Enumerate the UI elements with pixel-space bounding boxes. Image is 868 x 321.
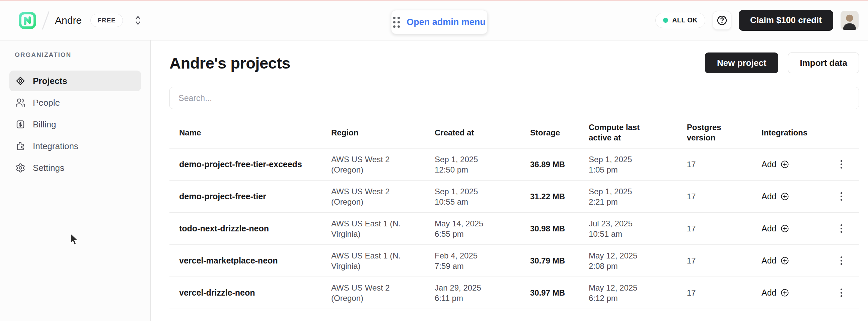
project-name[interactable]: vercel-drizzle-neon bbox=[169, 288, 331, 297]
project-storage: 30.98 MB bbox=[530, 224, 589, 234]
table-header-row: Name Region Created at Storage Compute l… bbox=[169, 117, 859, 148]
table-row[interactable]: vercel-drizzle-neon AWS US West 2 (Orego… bbox=[169, 277, 859, 309]
sidebar-item-label: Billing bbox=[33, 119, 56, 130]
sidebar-item-settings[interactable]: Settings bbox=[9, 157, 141, 178]
project-region: AWS US West 2 (Oregon) bbox=[331, 186, 407, 207]
status-label: ALL OK bbox=[672, 16, 698, 24]
project-postgres-version: 17 bbox=[687, 224, 762, 234]
add-integration-button[interactable]: Add bbox=[762, 256, 789, 265]
sidebar-item-label: People bbox=[33, 98, 60, 108]
add-integration-button[interactable]: Add bbox=[762, 288, 789, 297]
table-row[interactable]: demo-project-free-tier-exceeds AWS US We… bbox=[169, 148, 859, 181]
project-name[interactable]: vercel-marketplace-neon bbox=[169, 256, 331, 265]
top-accent-line bbox=[0, 0, 868, 1]
table-row[interactable]: demo-project-free-tier AWS US West 2 (Or… bbox=[169, 181, 859, 213]
billing-icon bbox=[16, 119, 26, 130]
projects-icon bbox=[16, 76, 26, 86]
add-integration-button[interactable]: Add bbox=[762, 191, 789, 201]
import-data-button[interactable]: Import data bbox=[788, 52, 859, 73]
help-button[interactable] bbox=[713, 11, 732, 30]
sidebar-item-label: Projects bbox=[33, 76, 67, 86]
project-postgres-version: 17 bbox=[687, 160, 762, 169]
column-header-postgres-version: Postgres version bbox=[687, 122, 724, 143]
circle-plus-icon bbox=[780, 224, 789, 233]
sidebar-item-people[interactable]: People bbox=[9, 92, 141, 113]
drag-handle-dots-icon bbox=[393, 17, 400, 28]
project-created-at: Jan 29, 2025 6:11 pm bbox=[435, 283, 492, 303]
column-header-storage: Storage bbox=[530, 128, 589, 138]
project-postgres-version: 17 bbox=[687, 192, 762, 201]
status-pill[interactable]: ALL OK bbox=[655, 13, 705, 28]
projects-table: Name Region Created at Storage Compute l… bbox=[169, 117, 859, 309]
column-header-name: Name bbox=[169, 128, 331, 138]
add-integration-button[interactable]: Add bbox=[762, 159, 789, 169]
brand-area: Andre FREE bbox=[19, 0, 142, 40]
row-menu-kebab-icon[interactable] bbox=[838, 286, 845, 299]
top-right-controls: ALL OK Claim $100 credit bbox=[655, 0, 859, 40]
org-name[interactable]: Andre bbox=[55, 15, 82, 26]
project-compute-last-active: Sep 1, 2025 1:05 pm bbox=[589, 154, 646, 175]
circle-plus-icon bbox=[780, 288, 789, 297]
open-admin-menu-button[interactable]: Open admin menu bbox=[391, 10, 488, 34]
project-storage: 31.22 MB bbox=[530, 192, 589, 201]
add-label: Add bbox=[762, 224, 776, 234]
sidebar-item-label: Settings bbox=[33, 163, 64, 173]
user-avatar[interactable] bbox=[841, 11, 859, 30]
column-header-region: Region bbox=[331, 128, 435, 138]
sidebar-item-projects[interactable]: Projects bbox=[9, 71, 141, 91]
project-name[interactable]: todo-next-drizzle-neon bbox=[169, 224, 331, 234]
project-storage: 30.97 MB bbox=[530, 288, 589, 297]
open-admin-menu-label: Open admin menu bbox=[407, 17, 486, 27]
project-created-at: Sep 1, 2025 12:50 pm bbox=[435, 154, 492, 175]
status-dot-icon bbox=[663, 18, 668, 23]
row-menu-kebab-icon[interactable] bbox=[838, 254, 845, 268]
plan-badge: FREE bbox=[90, 14, 123, 27]
row-menu-kebab-icon[interactable] bbox=[838, 222, 845, 236]
top-bar: Andre FREE Open admin menu ALL OK Claim … bbox=[0, 0, 868, 40]
row-menu-kebab-icon[interactable] bbox=[838, 189, 845, 203]
sidebar-section-label: ORGANIZATION bbox=[9, 51, 141, 59]
project-name[interactable]: demo-project-free-tier bbox=[169, 191, 331, 201]
column-header-compute-last-active: Compute last active at bbox=[589, 122, 643, 143]
project-created-at: May 14, 2025 6:55 pm bbox=[435, 218, 492, 239]
column-header-integrations: Integrations bbox=[762, 128, 859, 138]
project-created-at: Feb 4, 2025 7:59 am bbox=[435, 250, 492, 271]
project-compute-last-active: Sep 1, 2025 2:21 pm bbox=[589, 186, 646, 207]
project-region: AWS US West 2 (Oregon) bbox=[331, 283, 407, 303]
project-compute-last-active: May 12, 2025 2:08 pm bbox=[589, 250, 646, 271]
table-row[interactable]: vercel-marketplace-neon AWS US East 1 (N… bbox=[169, 245, 859, 277]
main-content: Andre's projects New project Import data… bbox=[151, 40, 868, 321]
org-switcher-chevrons-icon[interactable] bbox=[134, 15, 142, 26]
search-input[interactable] bbox=[169, 87, 859, 109]
project-region: AWS US East 1 (N. Virginia) bbox=[331, 218, 407, 239]
circle-plus-icon bbox=[780, 256, 789, 265]
new-project-button[interactable]: New project bbox=[705, 52, 778, 73]
sidebar-item-integrations[interactable]: Integrations bbox=[9, 136, 141, 156]
project-name[interactable]: demo-project-free-tier-exceeds bbox=[169, 159, 331, 169]
project-region: AWS US West 2 (Oregon) bbox=[331, 154, 407, 175]
project-region: AWS US East 1 (N. Virginia) bbox=[331, 250, 407, 271]
page-title: Andre's projects bbox=[169, 54, 290, 72]
project-created-at: Sep 1, 2025 10:55 am bbox=[435, 186, 492, 207]
column-header-created-at: Created at bbox=[435, 128, 530, 138]
breadcrumb-slash bbox=[42, 11, 50, 30]
settings-gear-icon bbox=[16, 163, 26, 173]
people-icon bbox=[16, 98, 26, 108]
project-postgres-version: 17 bbox=[687, 256, 762, 265]
project-postgres-version: 17 bbox=[687, 288, 762, 297]
neon-logo-icon[interactable] bbox=[19, 11, 36, 29]
add-label: Add bbox=[762, 256, 776, 265]
sidebar-item-billing[interactable]: Billing bbox=[9, 114, 141, 135]
integrations-icon bbox=[16, 141, 26, 151]
circle-plus-icon bbox=[780, 160, 789, 169]
project-storage: 36.89 MB bbox=[530, 160, 589, 169]
add-integration-button[interactable]: Add bbox=[762, 224, 789, 234]
row-menu-kebab-icon[interactable] bbox=[838, 157, 845, 171]
sidebar: ORGANIZATION Projects People Billing bbox=[0, 40, 151, 321]
claim-credit-button[interactable]: Claim $100 credit bbox=[739, 10, 833, 31]
table-row[interactable]: todo-next-drizzle-neon AWS US East 1 (N.… bbox=[169, 213, 859, 245]
sidebar-item-label: Integrations bbox=[33, 141, 79, 151]
add-label: Add bbox=[762, 159, 776, 169]
add-label: Add bbox=[762, 191, 776, 201]
circle-plus-icon bbox=[780, 192, 789, 201]
